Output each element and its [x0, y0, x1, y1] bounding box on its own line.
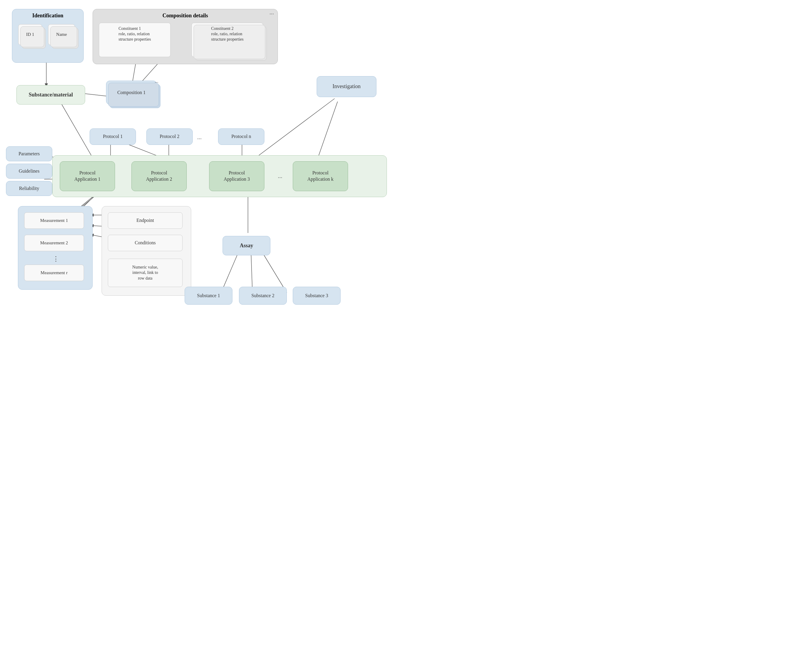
protocol-appk-label: Protocol Application k: [307, 170, 334, 183]
substance3-node: Substance 3: [293, 287, 341, 305]
guidelines-node: Guidelines: [6, 164, 52, 179]
svg-line-23: [251, 251, 252, 293]
constituent2-label: Constituent 2 role, ratio, relation stru…: [211, 26, 243, 42]
right-props-group: Endpoint Conditions Numeric value, inter…: [102, 206, 191, 296]
composition1-label: Composition 1: [117, 90, 146, 96]
measurement-group: Measurement 1 Measurement 2 ⋮ Measuremen…: [18, 206, 92, 290]
constituent1-label: Constituent 1 role, ratio, relation stru…: [119, 26, 151, 42]
investigation-label: Investigation: [332, 83, 361, 90]
svg-line-24: [262, 251, 287, 293]
investigation-node: Investigation: [317, 76, 376, 97]
name-label: Name: [56, 32, 67, 38]
measurement2-label: Measurement 2: [40, 240, 68, 246]
svg-line-14: [317, 102, 337, 161]
numeric-node: Numeric value, interval, link to row dat…: [108, 259, 183, 287]
protocol-app1-label: Protocol Application 1: [74, 170, 101, 183]
app-dots: ...: [278, 173, 282, 179]
identification-group: Identification ID 1 Name: [12, 9, 84, 63]
protocol-app3-node: Protocol Application 3: [209, 161, 264, 191]
svg-line-22: [221, 251, 239, 293]
measurement1-node: Measurement 1: [24, 212, 84, 229]
measurement2-node: Measurement 2: [24, 235, 84, 251]
id1-node: ID 1: [18, 24, 42, 45]
composition-details-group: Composition details Constituent 1 role, …: [92, 9, 278, 64]
protocol2-node: Protocol 2: [146, 128, 193, 145]
substance2-node: Substance 2: [239, 287, 287, 305]
conditions-node: Conditions: [108, 235, 183, 251]
composition-details-label: Composition details: [163, 12, 208, 19]
substance1-node: Substance 1: [185, 287, 232, 305]
protocol-app3-label: Protocol Application 3: [224, 170, 250, 183]
protocol-appk-node: Protocol Application k: [293, 161, 348, 191]
substance1-label: Substance 1: [197, 293, 220, 299]
substance3-label: Substance 3: [305, 293, 328, 299]
protocoln-label: Protocol n: [231, 134, 251, 140]
measurementr-node: Measurement r: [24, 265, 84, 281]
diagram: Identification ID 1 Name Composition det…: [0, 0, 404, 336]
protocol1-label: Protocol 1: [103, 134, 123, 140]
endpoint-label: Endpoint: [136, 218, 154, 224]
composition1-dots: ···: [155, 80, 158, 85]
reliability-label: Reliability: [19, 186, 39, 192]
substance-material-label: Substance/material: [29, 91, 73, 98]
reliability-node: Reliability: [6, 181, 52, 196]
parameters-label: Parameters: [18, 151, 40, 157]
constituent1-node: Constituent 1 role, ratio, relation stru…: [99, 23, 171, 57]
protocol2-label: Protocol 2: [159, 134, 179, 140]
constituent2-node: Constituent 2 role, ratio, relation stru…: [191, 23, 263, 57]
substance2-label: Substance 2: [252, 293, 275, 299]
endpoint-node: Endpoint: [108, 212, 183, 229]
identification-label: Identification: [32, 12, 63, 19]
measurementr-label: Measurement r: [40, 270, 67, 276]
meas-dots: ⋮: [52, 255, 59, 263]
protocol1-node: Protocol 1: [90, 128, 136, 145]
protocol-dots: ...: [197, 134, 201, 141]
composition1-node: Composition 1: [106, 80, 157, 104]
guidelines-label: Guidelines: [19, 168, 39, 174]
conditions-label: Conditions: [135, 240, 156, 246]
composition-dots: ···: [269, 11, 274, 18]
assay-node: Assay: [223, 236, 270, 255]
parameters-node: Parameters: [6, 146, 52, 161]
measurement1-label: Measurement 1: [40, 218, 68, 224]
id1-label: ID 1: [26, 32, 34, 38]
protocol-app2-node: Protocol Application 2: [131, 161, 187, 191]
protocol-app1-node: Protocol Application 1: [60, 161, 115, 191]
numeric-label: Numeric value, interval, link to row dat…: [133, 265, 158, 281]
name-node: Name: [48, 24, 75, 45]
assay-label: Assay: [240, 242, 253, 249]
protocoln-node: Protocol n: [218, 128, 264, 145]
substance-material-node: Substance/material: [17, 85, 85, 104]
protocol-app2-label: Protocol Application 2: [146, 170, 172, 183]
